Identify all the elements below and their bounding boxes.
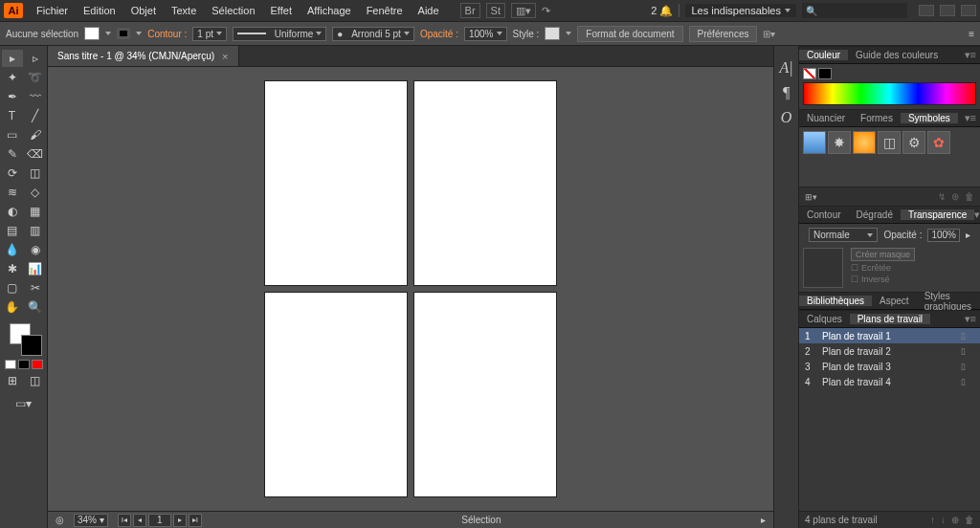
eyedropper-tool[interactable]: 💧 — [2, 241, 23, 258]
zoom-level[interactable]: 34% ▾ — [74, 514, 108, 527]
symbol-flower[interactable]: ✿ — [927, 131, 950, 154]
align-icon[interactable]: ⊞▾ — [763, 29, 775, 39]
delete-artboard-icon[interactable]: 🗑 — [965, 515, 974, 525]
library-icon[interactable]: ⊞▾ — [805, 192, 817, 202]
current-artboard[interactable]: 1 — [148, 514, 171, 527]
artboard-row-2[interactable]: 2 Plan de travail 2 ▯ — [799, 343, 980, 359]
close-icon[interactable]: × — [222, 51, 228, 62]
mini-swatch-none[interactable] — [32, 360, 43, 369]
menu-object[interactable]: Objet — [123, 5, 164, 16]
symbol-sprayer-tool[interactable]: ✱ — [2, 260, 23, 277]
menu-effect[interactable]: Effet — [263, 5, 300, 16]
move-up-icon[interactable]: ↑ — [930, 515, 935, 525]
panel-menu-icon[interactable]: ▾≡ — [965, 313, 980, 325]
color-guide-tab[interactable]: Guide des couleurs — [848, 50, 946, 60]
opacity-slider-icon[interactable]: ▸ — [966, 230, 970, 240]
stroke-label[interactable]: Contour : — [147, 29, 187, 39]
fill-swatch[interactable] — [84, 27, 100, 40]
panel-menu-icon[interactable]: ▾≡ — [965, 49, 980, 61]
opacity-label[interactable]: Opacité : — [420, 29, 458, 39]
orientation-icon[interactable]: ▯ — [961, 346, 974, 356]
panel-menu-icon[interactable]: ≡ — [969, 29, 974, 39]
mask-thumbnail[interactable] — [803, 248, 843, 288]
line-tool[interactable]: ╱ — [25, 107, 46, 124]
delete-icon[interactable]: 🗑 — [965, 191, 974, 202]
prefs-button[interactable]: Préférences — [689, 26, 758, 42]
artboard-row-4[interactable]: 4 Plan de travail 4 ▯ — [799, 374, 980, 389]
graphic-styles-tab[interactable]: Styles graphiques — [917, 291, 980, 312]
stroke-swatch[interactable] — [117, 28, 130, 39]
direct-selection-tool[interactable]: ▹ — [25, 50, 46, 67]
first-artboard-button[interactable]: I◂ — [118, 514, 131, 527]
orientation-icon[interactable]: ▯ — [961, 331, 974, 341]
menu-help[interactable]: Aide — [411, 5, 447, 16]
magic-wand-tool[interactable]: ✦ — [2, 69, 23, 86]
symbol-orb[interactable] — [853, 131, 876, 154]
doc-format-button[interactable]: Format de document — [577, 26, 682, 42]
artboard-row-3[interactable]: 3 Plan de travail 3 ▯ — [799, 359, 980, 374]
artboards-panel-tab[interactable]: Plans de travail — [850, 314, 930, 324]
perspective-tool[interactable]: ▦ — [25, 203, 46, 220]
opacity-dropdown[interactable]: 100% — [464, 27, 507, 41]
background-swatch[interactable] — [21, 335, 42, 356]
style-swatch[interactable] — [545, 27, 560, 40]
stroke-weight-dropdown[interactable]: 1 pt — [192, 27, 227, 41]
brush-tool[interactable]: 🖌 — [25, 126, 46, 143]
chevron-down-icon[interactable] — [566, 32, 571, 35]
symbol-cube[interactable]: ◫ — [878, 131, 901, 154]
break-link-icon[interactable]: ↯ — [938, 191, 946, 202]
symbols-tab[interactable]: Symboles — [901, 113, 958, 123]
hand-tool[interactable]: ✋ — [2, 298, 23, 316]
stroke-color[interactable] — [818, 68, 832, 79]
brushes-tab[interactable]: Formes — [853, 113, 901, 123]
pencil-tool[interactable]: ✎ — [2, 145, 23, 163]
color-spectrum[interactable] — [803, 82, 976, 105]
layers-tab[interactable]: Calques — [799, 314, 850, 324]
panel-menu-icon[interactable]: ▾≡ — [965, 112, 980, 124]
new-symbol-icon[interactable]: ⊕ — [951, 191, 959, 202]
scrollbar-right-icon[interactable]: ▸ — [761, 515, 766, 525]
scale-tool[interactable]: ◫ — [25, 165, 46, 182]
symbol-gear[interactable]: ⚙ — [902, 131, 925, 154]
aspect-tab[interactable]: Aspect — [872, 296, 917, 306]
menu-window[interactable]: Fenêtre — [359, 5, 411, 16]
invert-checkbox[interactable]: ☐Inversé — [851, 275, 915, 284]
lasso-tool[interactable]: ➰ — [25, 69, 46, 86]
chevron-down-icon[interactable] — [136, 32, 142, 35]
artboard-tool[interactable]: ▢ — [2, 279, 23, 297]
clip-checkbox[interactable]: ☐Ecrêtée — [851, 263, 915, 273]
next-artboard-button[interactable]: ▸ — [173, 514, 187, 527]
slice-tool[interactable]: ✂ — [25, 279, 46, 297]
zoom-icon[interactable]: ◎ — [56, 515, 64, 525]
fill-color[interactable] — [803, 68, 816, 79]
libraries-tab[interactable]: Bibliothèques — [799, 296, 872, 306]
artboard-1[interactable] — [264, 80, 408, 286]
canvas[interactable] — [48, 67, 773, 511]
menu-edit[interactable]: Edition — [76, 5, 123, 16]
br-icon[interactable]: Br — [460, 3, 480, 18]
artboard-3[interactable] — [264, 292, 408, 497]
menu-selection[interactable]: Sélection — [204, 5, 262, 16]
rotate-tool[interactable]: ⟳ — [2, 165, 23, 182]
color-tab[interactable]: Couleur — [799, 50, 848, 60]
color-swatches[interactable] — [0, 323, 47, 358]
minimize-button[interactable] — [919, 5, 934, 16]
swatches-tab[interactable]: Nuancier — [799, 113, 853, 123]
menu-view[interactable]: Affichage — [300, 5, 359, 16]
pen-tool[interactable]: ✒ — [2, 88, 23, 105]
blend-tool[interactable]: ◉ — [25, 241, 46, 258]
curvature-tool[interactable]: 〰 — [25, 88, 46, 105]
zoom-tool[interactable]: 🔍 — [25, 298, 46, 316]
type-tool[interactable]: T — [2, 107, 23, 124]
mini-swatch-black[interactable] — [18, 360, 30, 369]
chevron-down-icon[interactable] — [105, 32, 111, 35]
opentype-icon[interactable]: O — [781, 109, 792, 126]
orientation-icon[interactable]: ▯ — [961, 362, 974, 371]
eraser-tool[interactable]: ⌫ — [25, 145, 46, 163]
move-down-icon[interactable]: ↓ — [941, 515, 946, 525]
st-icon[interactable]: St — [486, 3, 505, 18]
graph-tool[interactable]: 📊 — [25, 260, 46, 277]
selection-tool[interactable]: ▸ — [2, 50, 23, 67]
panel-menu-icon[interactable]: ▾≡ — [974, 209, 980, 221]
maximize-button[interactable] — [940, 5, 955, 16]
